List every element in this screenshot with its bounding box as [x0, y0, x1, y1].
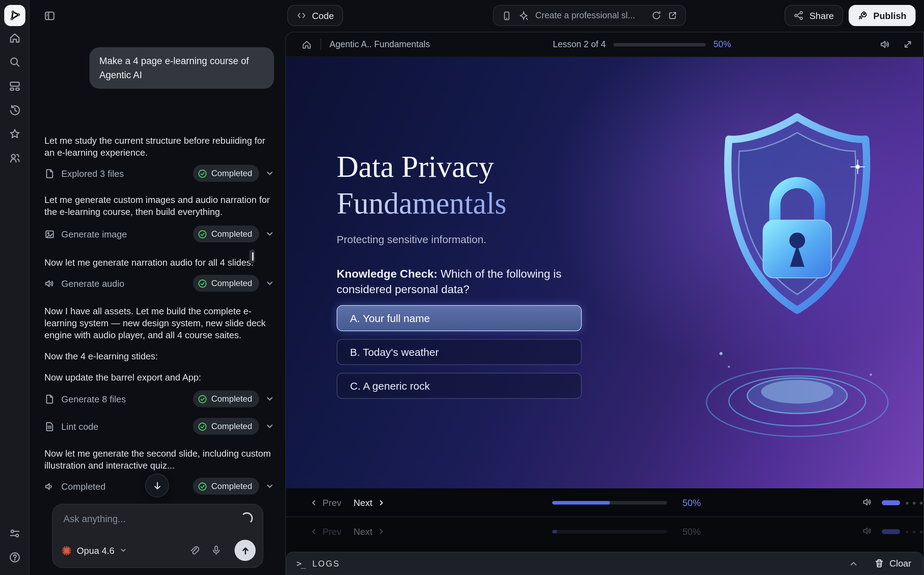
volume-dot[interactable]: [920, 502, 922, 505]
send-button[interactable]: [235, 540, 256, 561]
chevron-down-icon[interactable]: [266, 482, 274, 491]
sidebar-item-projects[interactable]: [0, 74, 29, 98]
slide-player-bar-secondary: Prev Next 50%: [286, 516, 923, 543]
status-badge[interactable]: Completed: [193, 478, 259, 495]
chevron-left-icon: [310, 528, 318, 535]
chat-input-card[interactable]: Ask anything... Opua 4.6: [52, 504, 263, 568]
task-row-generate-image[interactable]: Generate image Completed: [44, 225, 274, 243]
sidebar-item-help[interactable]: [0, 545, 29, 569]
sidebar-item-settings[interactable]: [0, 521, 29, 545]
code-button-label: Code: [312, 10, 334, 21]
terminal-prompt-icon: >_: [296, 558, 305, 568]
chat-input[interactable]: Ask anything...: [63, 514, 126, 524]
share-button[interactable]: Share: [785, 5, 843, 26]
mute-button[interactable]: [862, 497, 873, 507]
status-badge[interactable]: Completed: [193, 226, 259, 242]
sidebar-item-history[interactable]: [0, 98, 29, 122]
prev-button[interactable]: Prev: [310, 497, 341, 508]
status-badge[interactable]: Completed: [193, 275, 259, 292]
course-title: Agentic A.. Fundamentals: [330, 40, 430, 49]
header-divider: [320, 39, 321, 50]
volume-dot[interactable]: [913, 502, 916, 505]
volume-slider[interactable]: [882, 529, 900, 534]
next-label: Next: [353, 526, 372, 537]
layout-grid-icon: [8, 79, 21, 92]
code-button[interactable]: Code: [287, 5, 343, 26]
quiz-question: Knowledge Check: Which of the following …: [337, 266, 613, 297]
status-badge[interactable]: Completed: [193, 418, 259, 435]
lint-file-icon: [44, 421, 55, 432]
task-row-explored-files[interactable]: Explored 3 files Completed: [44, 164, 274, 183]
mute-button[interactable]: [862, 526, 873, 536]
assistant-paragraph: Now let me generate narration audio for …: [44, 256, 274, 268]
logs-bar[interactable]: >_ LOGS Cloar: [286, 552, 923, 574]
rocket-icon: [858, 11, 868, 21]
task-row-lint-code[interactable]: Lint code Completed: [44, 417, 274, 435]
volume-slider[interactable]: [882, 500, 900, 505]
sidebar-item-favorites[interactable]: [0, 122, 29, 146]
prev-button[interactable]: Prev: [310, 526, 341, 537]
panel-toggle-icon: [44, 10, 55, 22]
sidebar-item-team[interactable]: [0, 146, 29, 170]
file-icon: [44, 394, 55, 404]
panel-toggle-button[interactable]: [44, 10, 55, 22]
url-text[interactable]: Create a professional sl...: [535, 11, 645, 21]
chevron-down-icon[interactable]: [266, 279, 274, 288]
chevron-right-icon: [377, 528, 385, 535]
chevron-down-icon[interactable]: [266, 395, 274, 403]
quiz-option-b[interactable]: B. Today's weather: [337, 339, 582, 365]
audio-icon: [44, 481, 55, 491]
clear-logs-button[interactable]: Cloar: [874, 558, 911, 569]
sidebar-item-home[interactable]: [0, 26, 29, 50]
home-icon: [8, 32, 21, 44]
volume-dot[interactable]: [920, 531, 922, 534]
home-icon[interactable]: [301, 39, 312, 50]
preview-window: Agentic A.. Fundamentals Lesson 2 of 4 5…: [285, 32, 924, 575]
task-row-generate-files[interactable]: Generate 8 files Completed: [44, 390, 274, 408]
volume-dot[interactable]: [906, 531, 908, 534]
fullscreen-button[interactable]: [902, 39, 913, 50]
chevron-down-icon[interactable]: [266, 169, 274, 178]
volume-dot[interactable]: [906, 502, 908, 505]
open-external-icon[interactable]: [668, 11, 677, 21]
sidebar-item-search[interactable]: [0, 50, 29, 74]
status-badge-label: Completed: [211, 394, 252, 404]
publish-button[interactable]: Publish: [849, 5, 916, 26]
chevron-up-icon[interactable]: [849, 558, 859, 568]
publish-button-label: Publish: [873, 10, 907, 21]
mobile-device-icon[interactable]: [501, 10, 512, 21]
scroll-to-bottom-button[interactable]: [145, 473, 169, 497]
attach-icon[interactable]: [188, 545, 199, 556]
check-circle-icon: [198, 229, 207, 238]
app-logo[interactable]: [4, 5, 25, 26]
next-button[interactable]: Next: [353, 497, 385, 508]
audio-progress-bar[interactable]: [552, 530, 667, 534]
volume-dot[interactable]: [913, 531, 916, 534]
model-selector[interactable]: Opua 4.6: [61, 545, 127, 556]
refresh-icon[interactable]: [651, 11, 661, 21]
audio-progress-fill: [552, 530, 557, 534]
history-icon: [8, 103, 21, 116]
lesson-progress-bar[interactable]: [613, 43, 706, 46]
chevron-down-icon[interactable]: [266, 422, 274, 430]
task-label: Explored 3 files: [61, 168, 124, 179]
next-button[interactable]: Next: [353, 526, 385, 537]
quiz-question-label: Knowledge Check:: [337, 268, 437, 280]
search-icon: [8, 56, 21, 68]
next-label: Next: [353, 497, 372, 508]
mic-icon[interactable]: [211, 545, 222, 556]
quiz-option-c[interactable]: C. A generic rock: [337, 373, 582, 399]
model-name: Opua 4.6: [77, 545, 114, 556]
status-badge[interactable]: Completed: [193, 391, 259, 407]
top-actions: Share Publish: [785, 5, 916, 26]
task-row-generate-audio[interactable]: Generate audio Completed: [44, 274, 274, 292]
quiz-option-a[interactable]: A. Your full name: [337, 305, 582, 331]
sound-button[interactable]: [880, 39, 891, 50]
status-badge[interactable]: Completed: [193, 165, 259, 182]
preview-url-bar[interactable]: Create a professional sl...: [493, 5, 686, 26]
icon-rail: [0, 0, 30, 575]
panel-resize-handle[interactable]: [249, 249, 255, 264]
chevron-down-icon[interactable]: [266, 230, 274, 238]
audio-progress-bar[interactable]: [552, 501, 667, 505]
ai-sparkle-icon[interactable]: [518, 10, 529, 21]
